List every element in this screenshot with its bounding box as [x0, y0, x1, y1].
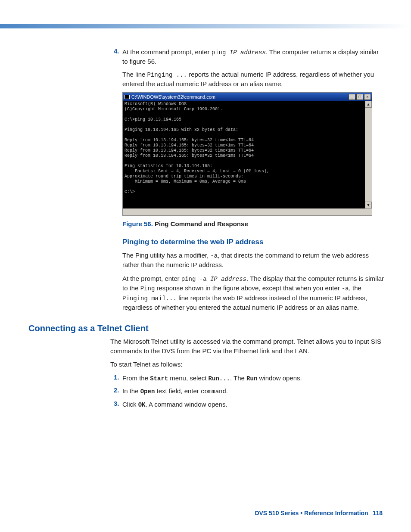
code-ping: ping — [212, 49, 230, 56]
footer-section: Reference Information — [304, 510, 368, 516]
figure-label: Figure 56. — [122, 220, 153, 227]
command-window-output: Microsoft(R) Windows DOS (C)Copyright Mi… — [123, 101, 365, 208]
text: , the — [349, 284, 361, 292]
step-number-3: 3. — [110, 400, 122, 409]
scroll-down-icon[interactable]: ▼ — [365, 202, 372, 208]
code: OK — [138, 401, 146, 408]
step-4-text: At the command prompt, enter ping IP add… — [122, 47, 384, 66]
heading-pinging-web-ip: Pinging to determine the web IP address — [122, 238, 384, 246]
command-window: C:\WINDOWS\system32\command.com _ □ × Mi… — [122, 92, 372, 216]
text: . The — [230, 374, 246, 382]
paragraph: The Microsoft Telnet utility is accessed… — [110, 337, 384, 356]
code-arg: IP address — [210, 276, 246, 283]
heading-connecting-telnet: Connecting as a Telnet Client — [28, 324, 384, 333]
text: At the prompt, enter — [122, 275, 181, 282]
text: window opens. — [257, 374, 302, 382]
figure-56: C:\WINDOWS\system32\command.com _ □ × Mi… — [122, 92, 384, 216]
code: Run — [246, 375, 257, 382]
telnet-section: The Microsoft Telnet utility is accessed… — [110, 337, 384, 409]
vertical-scrollbar[interactable]: ▲ ▼ — [365, 101, 372, 208]
text: At the command prompt, enter — [122, 48, 212, 56]
text: . — [226, 387, 228, 395]
step-1-text: From the Start menu, select Run.... The … — [122, 373, 384, 383]
step-4-block: 4. At the command prompt, enter ping IP … — [110, 47, 384, 312]
figure-56-caption: Figure 56. Ping Command and Response — [122, 220, 384, 227]
code: Open — [140, 388, 155, 395]
command-window-icon: C:\WINDOWS\system32\command.com — [125, 94, 215, 100]
code: ping -a — [181, 276, 210, 283]
step-2-text: In the Open text field, enter command. — [122, 386, 384, 396]
header-gradient-bar — [0, 24, 411, 28]
text: menu, select — [168, 374, 208, 382]
code: command — [201, 388, 226, 395]
scroll-up-icon[interactable]: ▲ — [365, 101, 372, 108]
text: . A command window opens. — [145, 401, 227, 408]
spacer — [110, 70, 122, 89]
page-footer: DVS 510 Series • Reference Information11… — [255, 510, 383, 516]
text: The Ping utility has a modifier, — [122, 252, 210, 259]
pinging-section-body: The Ping utility has a modifier, -a, tha… — [122, 251, 384, 312]
close-icon[interactable]: × — [364, 94, 371, 100]
footer-page-number: 118 — [373, 510, 383, 516]
text: The line — [122, 71, 147, 78]
text: In the — [122, 387, 140, 395]
code: Pinging mail... — [122, 295, 177, 302]
code: Ping — [140, 285, 155, 292]
code-arg: IP address — [230, 49, 266, 56]
horizontal-scrollbar[interactable] — [123, 208, 372, 215]
step-4-para2: The line Pinging ... reports the actual … — [122, 70, 384, 89]
step-2: 2. In the Open text field, enter command… — [110, 386, 384, 396]
paragraph: The Ping utility has a modifier, -a, tha… — [122, 251, 384, 270]
footer-product: DVS 510 Series • — [255, 510, 304, 516]
code: -a — [210, 252, 218, 259]
code: Start — [150, 375, 168, 382]
minimize-icon[interactable]: _ — [349, 94, 355, 100]
maximize-icon[interactable]: □ — [356, 94, 363, 100]
step-3: 3. Click OK. A command window opens. — [110, 400, 384, 409]
figure-title: Ping Command and Response — [153, 220, 248, 227]
step-number-2: 2. — [110, 386, 122, 396]
step-number-4: 4. — [110, 47, 122, 66]
command-window-title: C:\WINDOWS\system32\command.com — [131, 94, 215, 100]
text: text field, enter — [155, 387, 201, 395]
text: Click — [122, 401, 138, 408]
paragraph: To start Telnet as follows: — [110, 360, 384, 369]
step-3-text: Click OK. A command window opens. — [122, 400, 384, 409]
page-content: 4. At the command prompt, enter ping IP … — [50, 47, 384, 413]
step-1: 1. From the Start menu, select Run.... T… — [110, 373, 384, 383]
code: Run... — [209, 375, 230, 382]
paragraph: At the prompt, enter ping -a IP address.… — [122, 274, 384, 312]
command-window-titlebar: C:\WINDOWS\system32\command.com _ □ × — [123, 93, 372, 101]
code: Pinging ... — [147, 72, 187, 78]
text: From the — [122, 374, 150, 382]
step-number-1: 1. — [110, 373, 122, 383]
text: response shown in the figure above, exce… — [155, 284, 342, 292]
code: -a — [342, 285, 349, 292]
